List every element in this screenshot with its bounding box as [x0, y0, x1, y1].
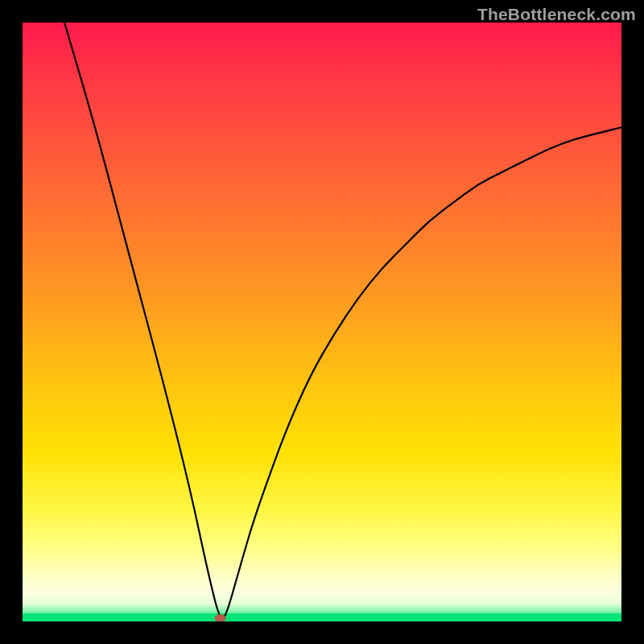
plot-area: [23, 23, 621, 621]
chart-stage: TheBottleneck.com: [0, 0, 644, 644]
watermark-text: TheBottleneck.com: [477, 5, 636, 24]
bottleneck-curve: [64, 23, 621, 619]
curve-layer: [23, 23, 621, 621]
bottom-green-band: [23, 613, 621, 621]
